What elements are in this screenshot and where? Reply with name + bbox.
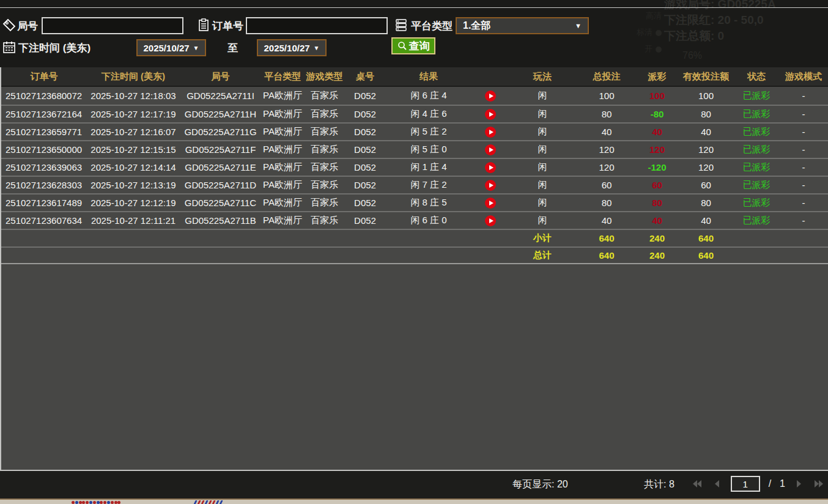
replay-play-icon[interactable] [485,127,496,138]
cell-result: 闲 5 庄 0 [385,144,472,155]
cell-game-mode: - [778,198,828,208]
col-header-status: 状态 [735,71,778,83]
bead-road-slash [201,500,204,504]
first-page-icon[interactable] [692,479,703,489]
page-total: 1 [780,478,785,489]
cell-valid-bet: 80 [677,198,735,208]
date-to-select[interactable]: 2025/10/27 ▼ [257,39,327,56]
cell-game-mode: - [778,127,828,137]
col-header-table-no: 桌号 [345,71,385,83]
cell-payout: 60 [637,180,677,190]
date-from-select[interactable]: 2025/10/27 ▼ [136,39,206,56]
bead-road-dot [107,501,110,504]
last-page-icon[interactable] [813,479,824,489]
platform-type-select[interactable]: 1.全部 ▼ [456,17,589,34]
cell-payout: -80 [637,109,677,119]
prev-page-icon[interactable] [711,479,722,489]
replay-play-icon[interactable] [485,198,496,209]
cell-replay [472,144,509,155]
cell-replay [472,198,509,209]
cell-bet-time: 2025-10-27 12:12:19 [87,198,180,208]
cell-game-mode: - [778,109,828,119]
order-no-input[interactable] [246,17,388,34]
subtotal-total-bet: 640 [576,233,637,243]
cell-platform: PA欧洲厅 [261,144,304,155]
cell-valid-bet: 40 [677,215,735,226]
cell-result: 闲 5 庄 2 [385,126,472,138]
cell-game-type: 百家乐 [304,197,345,209]
replay-play-icon[interactable] [485,144,496,155]
cell-play-type: 闲 [509,215,576,226]
grand-total-label: 总计 [509,250,576,261]
cell-payout: 80 [637,198,677,208]
date-from-value: 2025/10/27 [144,43,190,53]
cell-table-no: D052 [345,109,385,119]
col-header-valid-bet: 有效投注额 [677,71,735,83]
replay-play-icon[interactable] [485,162,496,173]
table-row: 251027123672164 2025-10-27 12:17:19 GD05… [1,105,828,122]
cell-table-no: D052 [345,180,385,190]
col-header-total-bet: 总投注 [576,71,637,83]
table-row: 251027123659771 2025-10-27 12:16:07 GD05… [1,122,828,140]
subtotal-label: 小计 [509,232,576,244]
subtotal-payout: 240 [637,233,677,243]
bead-road-slash [219,500,223,504]
page-size-label: 每页显示: 20 [512,478,568,491]
cell-status: 已派彩 [735,197,778,209]
cell-status: 已派彩 [735,90,778,102]
cell-game-type: 百家乐 [304,126,345,138]
cell-order-no: 251027123680072 [1,91,87,101]
replay-play-icon[interactable] [485,91,496,102]
underlying-page-sliver [0,498,828,504]
bead-road-dot [89,501,92,504]
cell-replay [472,91,509,102]
order-no-label: 订单号 [212,19,243,33]
round-no-label: 局号 [17,19,38,33]
platform-type-label: 平台类型 [411,19,453,33]
cell-platform: PA欧洲厅 [261,90,304,102]
cell-bet-time: 2025-10-27 12:14:14 [87,162,180,172]
record-count-label: 共计: 8 [644,478,675,491]
cell-platform: PA欧洲厅 [261,215,304,226]
cell-bet-time: 2025-10-27 12:16:07 [87,127,180,137]
calendar-icon [2,40,16,54]
cell-replay [472,180,509,191]
cell-replay [472,162,509,173]
cell-result: 闲 8 庄 5 [385,197,472,209]
table-row: 251027123617489 2025-10-27 12:12:19 GD05… [1,193,828,211]
replay-play-icon[interactable] [485,215,496,226]
bead-road-dot [97,501,100,504]
table-row: 251027123607634 2025-10-27 12:11:21 GD05… [1,211,828,229]
cell-status: 已派彩 [735,179,778,191]
cell-round-no: GD05225A2711G [180,127,261,137]
next-page-icon[interactable] [794,479,805,489]
table-row: 251027123650000 2025-10-27 12:15:15 GD05… [1,140,828,158]
search-button[interactable]: 查询 [391,37,435,54]
date-range-to-label: 至 [227,41,238,55]
replay-play-icon[interactable] [485,180,496,191]
cell-game-mode: - [778,144,828,155]
pager: / 1 [692,476,824,492]
col-header-play-type: 玩法 [509,71,576,83]
cell-bet-time: 2025-10-27 12:17:19 [87,109,180,119]
replay-play-icon[interactable] [485,109,496,120]
cell-valid-bet: 60 [677,180,735,190]
round-no-input[interactable] [42,17,183,34]
cell-table-no: D052 [345,144,385,155]
bead-road-dot [103,501,106,504]
col-header-game-type: 游戏类型 [304,71,345,83]
page-number-input[interactable] [731,476,760,492]
cell-payout: -120 [637,162,677,172]
col-header-order-no: 订单号 [1,71,87,83]
cell-table-no: D052 [345,127,385,137]
subtotal-row: 小计 640 240 640 [1,229,828,246]
cell-valid-bet: 40 [677,127,735,137]
server-stack-icon [394,18,408,32]
platform-type-value: 1.全部 [457,20,575,32]
cell-play-type: 闲 [509,161,576,173]
cell-payout: 120 [637,144,677,155]
cell-result: 闲 6 庄 0 [385,215,472,226]
cell-round-no: GD05225A2711H [180,109,261,119]
cell-game-type: 百家乐 [304,108,345,120]
bead-road-dot [75,501,78,504]
